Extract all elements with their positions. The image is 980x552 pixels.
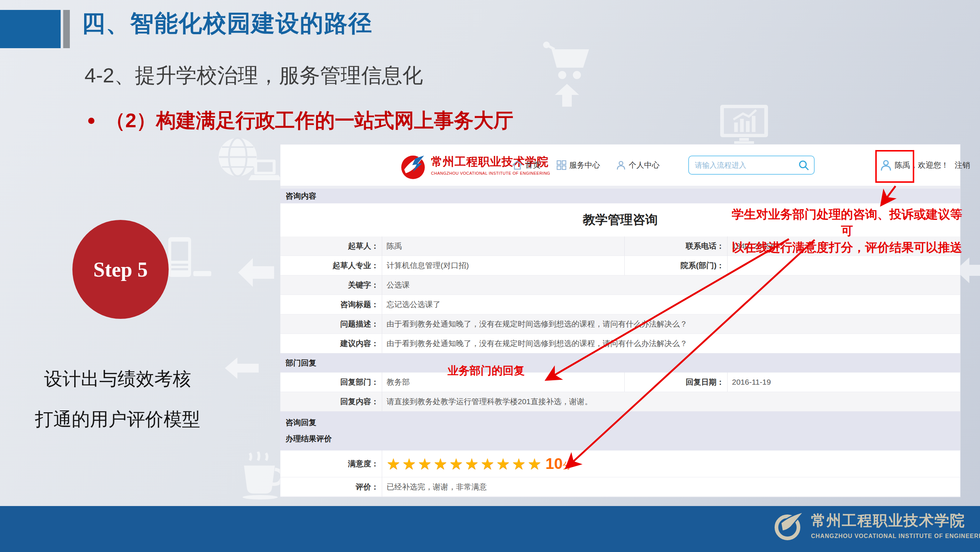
- form-title: 教学管理咨询: [583, 211, 658, 228]
- school-logo-icon: [401, 153, 428, 180]
- form-row: 回复内容：请直接到教务处教学运行管理科教学楼201直接补选，谢谢。: [280, 392, 960, 412]
- globe-laptop-icon: [218, 137, 282, 183]
- nav-item-personal-center[interactable]: 个人中心: [616, 160, 660, 170]
- form-row: 起草人专业：计算机信息管理(对口招)院系(部门)：: [280, 256, 960, 276]
- bullet-text: （2）构建满足行政工作的一站式网上事务大厅: [105, 107, 513, 134]
- reply-rows: 回复部门：教务部回复日期：2016-11-19回复内容：请直接到教务处教学运行管…: [280, 373, 960, 412]
- field-value: 计算机信息管理(对口招): [382, 256, 625, 275]
- field-label: 起草人专业：: [280, 256, 382, 275]
- divider: [280, 186, 960, 189]
- search-icon[interactable]: [799, 160, 809, 170]
- left-arrow-icon: [225, 357, 259, 379]
- slide-bullet: （2）构建满足行政工作的一站式网上事务大厅: [88, 107, 513, 134]
- school-logo-icon: [773, 511, 805, 542]
- star-icon[interactable]: ★: [496, 455, 512, 472]
- home-icon: [512, 160, 522, 170]
- field-value: 由于看到教务处通知晚了，没有在规定时间选修到想选的课程，请问有什么办法解决么？: [382, 314, 960, 333]
- user-avatar-icon: [880, 159, 892, 171]
- slide-title: 四、智能化校园建设的路径: [81, 7, 372, 39]
- shopping-cart-icon: [542, 41, 593, 80]
- star-icon[interactable]: ★: [418, 455, 434, 472]
- score-unit: 分: [563, 460, 571, 471]
- slide-subtitle: 4-2、提升学校治理，服务管理信息化: [84, 62, 423, 90]
- star-icon[interactable]: ★: [387, 455, 402, 472]
- logout-link[interactable]: 注销: [955, 160, 970, 170]
- evaluation-row: 评价： 已经补选完，谢谢，非常满意: [280, 477, 960, 497]
- field-label: 回复日期：: [625, 373, 727, 392]
- field-value: 由于看到教务处通知晚了，没有在规定时间选修到想选的课程，请问有什么办法解决么？: [382, 334, 960, 353]
- caption-line: 打通的用户评价模型: [20, 399, 215, 439]
- field-value: 公选课: [382, 276, 960, 295]
- star-icon[interactable]: ★: [434, 455, 449, 472]
- person-icon: [616, 160, 626, 170]
- field-label: 回复内容：: [280, 392, 382, 411]
- nav-item-service-center[interactable]: 服务中心: [557, 160, 600, 170]
- phone-icon: [162, 237, 211, 279]
- section-consult-reply-eval: 咨询回复 办理结果评价: [280, 412, 960, 450]
- star-icon[interactable]: ★: [512, 455, 528, 472]
- field-value: 已经补选完，谢谢，非常满意: [382, 477, 960, 496]
- field-label: 关键字：: [280, 276, 382, 295]
- footer-school-name-cn: 常州工程职业技术学院: [811, 511, 980, 531]
- field-value: 陈禹: [382, 236, 625, 255]
- satisfaction-value: ★★★★★★★★★★ 10 分: [382, 450, 960, 477]
- step-badge-label: Step 5: [93, 258, 148, 281]
- webapp-screenshot: 常州工程职业技术学院 CHANGZHOU VOCATIONAL INSTITUT…: [280, 145, 960, 497]
- section-consult-reply: 咨询回复: [285, 417, 960, 428]
- field-label: 问题描述：: [280, 314, 382, 333]
- star-icon[interactable]: ★: [480, 455, 496, 472]
- footer-school-name-en: CHANGZHOU VOCATIONAL INSTITUTE OF ENGINE…: [811, 533, 980, 539]
- form-row: 问题描述：由于看到教务处通知晚了，没有在规定时间选修到想选的课程，请问有什么办法…: [280, 314, 960, 334]
- step-badge: Step 5: [72, 220, 169, 319]
- accent-bar: [63, 10, 70, 48]
- user-name[interactable]: 陈禹: [895, 160, 910, 170]
- satisfaction-row: 满意度： ★★★★★★★★★★ 10 分: [280, 450, 960, 477]
- star-icon[interactable]: ★: [465, 455, 480, 472]
- star-rating[interactable]: ★★★★★★★★★★: [387, 455, 544, 473]
- main-nav: 首页 服务中心 个人中心: [512, 145, 660, 186]
- field-value: 请直接到教务处教学运行管理科教学楼201直接补选，谢谢。: [382, 392, 960, 411]
- left-caption: 设计出与绩效考核 打通的用户评价模型: [20, 359, 215, 439]
- field-label: 院系(部门)：: [625, 256, 727, 275]
- presentation-slide: 四、智能化校园建设的路径 4-2、提升学校治理，服务管理信息化 （2）构建满足行…: [0, 0, 980, 552]
- form-row: 建议内容：由于看到教务处通知晚了，没有在规定时间选修到想选的课程，请问有什么办法…: [280, 334, 960, 353]
- coffee-cup-icon: [239, 451, 285, 499]
- nav-label: 首页: [525, 160, 541, 170]
- field-label: 评价：: [280, 477, 382, 496]
- star-icon[interactable]: ★: [402, 455, 418, 472]
- footer-logo: 常州工程职业技术学院 CHANGZHOU VOCATIONAL INSTITUT…: [773, 511, 980, 542]
- caption-line: 设计出与绩效考核: [20, 359, 215, 399]
- field-label: 建议内容：: [280, 334, 382, 353]
- nav-label: 个人中心: [629, 160, 660, 170]
- grid-icon: [557, 160, 566, 170]
- annotation-note-line: 学生对业务部门处理的咨询、投诉或建议等可: [729, 206, 964, 239]
- field-label: 咨询标题：: [280, 295, 382, 314]
- search-input[interactable]: [689, 161, 799, 169]
- annotation-reply-note: 业务部门的回复: [447, 363, 525, 378]
- form-row: 回复部门：教务部回复日期：2016-11-19: [280, 373, 960, 392]
- user-area: 陈禹 ，欢迎您！ 注销: [880, 145, 970, 186]
- annotation-note-line: 以在线进行满意度打分，评价结果可以推送: [729, 239, 964, 255]
- nav-item-home[interactable]: 首页: [512, 160, 541, 170]
- form-row: 关键字：公选课: [280, 276, 960, 295]
- site-header: 常州工程职业技术学院 CHANGZHOU VOCATIONAL INSTITUT…: [280, 145, 960, 186]
- star-icon[interactable]: ★: [449, 455, 465, 472]
- section-department-reply: 部门回复: [280, 353, 960, 373]
- field-label: 联系电话：: [625, 236, 727, 255]
- chart-monitor-icon: [720, 105, 768, 145]
- annotation-note: 学生对业务部门处理的咨询、投诉或建议等可 以在线进行满意度打分，评价结果可以推送: [729, 206, 964, 255]
- form-row: 咨询标题：忘记选公选课了: [280, 295, 960, 314]
- field-label: 起草人：: [280, 236, 382, 255]
- section-result-eval: 办理结果评价: [285, 434, 960, 444]
- nav-label: 服务中心: [569, 160, 600, 170]
- up-arrow-icon: [555, 84, 579, 107]
- field-value: 忘记选公选课了: [382, 295, 960, 314]
- field-label: 满意度：: [280, 450, 382, 477]
- field-label: 回复部门：: [280, 373, 382, 392]
- star-icon[interactable]: ★: [528, 455, 544, 472]
- section-consult-content: 咨询内容: [280, 189, 960, 203]
- field-value: [727, 256, 960, 275]
- field-value: 2016-11-19: [727, 373, 960, 392]
- score-number: 10: [546, 455, 563, 472]
- accent-square: [0, 10, 60, 48]
